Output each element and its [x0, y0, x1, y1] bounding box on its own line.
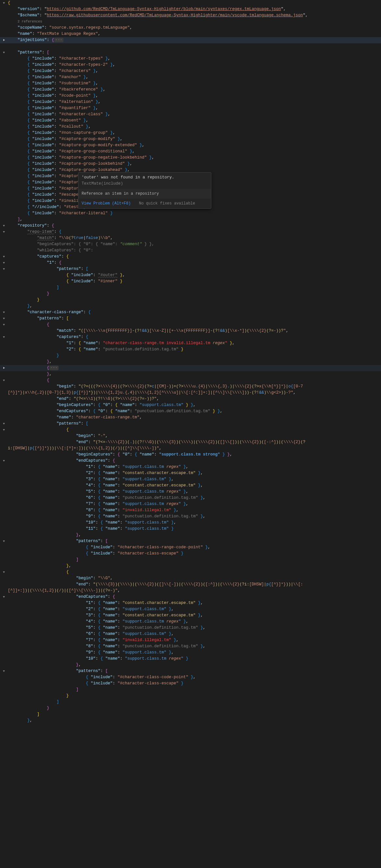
- hover-source: TextMate(include): [81, 181, 123, 186]
- hover-message: 'outer' was not found in a repository.: [81, 175, 174, 180]
- code-editor[interactable]: { "version": "https://github.com/RedCMD/…: [0, 0, 381, 730]
- no-fixes-text: No quick fixes available: [139, 201, 195, 206]
- hover-description: Reference an item in a repository: [78, 189, 211, 198]
- chevron-down-icon[interactable]: [1, 51, 8, 55]
- hover-problem-tooltip: 'outer' was not found in a repository. T…: [78, 172, 211, 209]
- chevron-right-icon[interactable]: [1, 366, 8, 370]
- view-problem-link[interactable]: View Problem (Alt+F8): [81, 201, 131, 206]
- chevron-right-icon[interactable]: [1, 38, 8, 42]
